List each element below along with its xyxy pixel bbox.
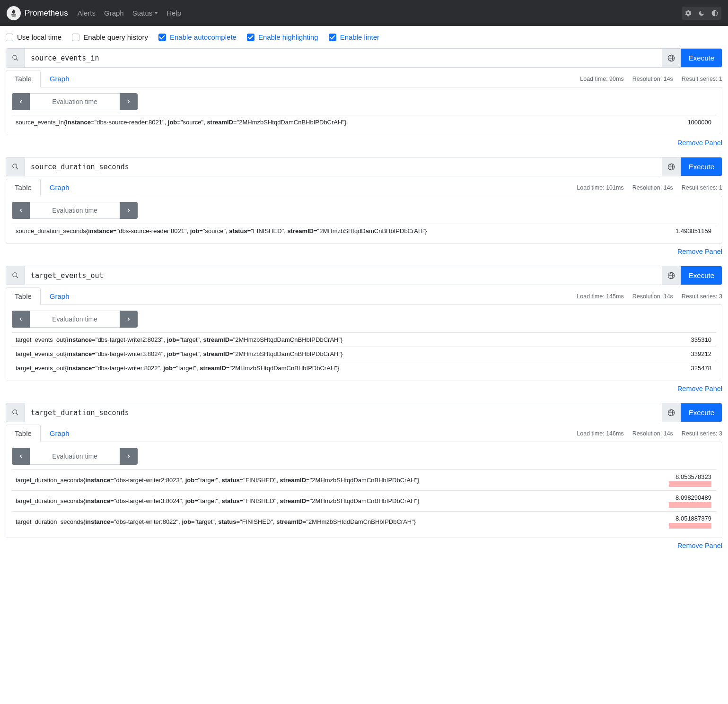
- remove-panel-link[interactable]: Remove Panel: [677, 139, 722, 147]
- theme-dark-button[interactable]: [695, 7, 708, 20]
- chevron-right-icon: [126, 208, 132, 213]
- nav-status[interactable]: Status: [132, 9, 158, 17]
- svg-point-11: [13, 273, 17, 277]
- search-icon: [12, 409, 19, 416]
- label-key: instance: [85, 518, 110, 525]
- metrics-explorer-button[interactable]: [6, 49, 25, 67]
- label-key: instance: [85, 497, 110, 504]
- eval-next-button[interactable]: [120, 202, 138, 219]
- eval-next-button[interactable]: [120, 448, 138, 465]
- query-input[interactable]: [25, 403, 662, 422]
- format-toggle-button[interactable]: [662, 266, 681, 285]
- query-stats: Load time: 145ms Resolution: 14s Result …: [577, 293, 722, 300]
- evaluation-time-input[interactable]: [30, 202, 120, 219]
- toggle-linter[interactable]: Enable linter: [329, 33, 379, 41]
- format-toggle-button[interactable]: [662, 403, 681, 422]
- result-table: source_duration_seconds{instance="dbs-so…: [12, 224, 716, 238]
- eval-next-button[interactable]: [120, 311, 138, 328]
- value-cell: 8.053578323: [638, 470, 716, 491]
- format-toggle-button[interactable]: [662, 49, 681, 67]
- table-row[interactable]: target_events_out{instance="dbs-target-w…: [12, 361, 716, 375]
- label-key: streamID: [276, 518, 303, 525]
- tab-graph[interactable]: Graph: [41, 70, 79, 87]
- table-row[interactable]: target_events_out{instance="dbs-target-w…: [12, 333, 716, 347]
- execute-button[interactable]: Execute: [681, 49, 722, 67]
- evaluation-time-input[interactable]: [30, 448, 120, 465]
- theme-light-button[interactable]: [682, 7, 695, 20]
- remove-panel-link[interactable]: Remove Panel: [677, 248, 722, 255]
- query-input[interactable]: [25, 49, 662, 67]
- eval-prev-button[interactable]: [12, 311, 30, 328]
- chevron-down-icon: [154, 12, 158, 14]
- execute-button[interactable]: Execute: [681, 266, 722, 285]
- label-key: streamID: [203, 336, 229, 343]
- toggle-label: Enable highlighting: [258, 33, 318, 41]
- nav-alerts[interactable]: Alerts: [78, 9, 96, 17]
- toggle-local-time[interactable]: Use local time: [6, 33, 61, 41]
- stat-result-series: Result series: 3: [682, 430, 722, 437]
- query-input[interactable]: [25, 157, 662, 176]
- toggle-query-history[interactable]: Enable query history: [72, 33, 148, 41]
- tab-table[interactable]: Table: [6, 425, 41, 442]
- stat-resolution: Resolution: 14s: [632, 184, 673, 191]
- label-key: job: [182, 518, 191, 525]
- nav-status-label: Status: [132, 9, 153, 17]
- tab-graph[interactable]: Graph: [41, 425, 79, 442]
- toggle-label: Enable query history: [83, 33, 148, 41]
- label-key: job: [168, 119, 177, 126]
- remove-panel-link[interactable]: Remove Panel: [677, 542, 722, 549]
- metrics-explorer-button[interactable]: [6, 403, 25, 422]
- tab-table[interactable]: Table: [6, 70, 41, 87]
- table-row[interactable]: target_duration_seconds{instance="dbs-ta…: [12, 491, 716, 512]
- label-key: status: [218, 518, 236, 525]
- evaluation-time-input[interactable]: [30, 93, 120, 110]
- tab-graph[interactable]: Graph: [41, 179, 79, 196]
- remove-row: Remove Panel: [6, 381, 722, 399]
- query-input[interactable]: [25, 266, 662, 285]
- evaluation-time-group: [12, 448, 138, 465]
- nav-help[interactable]: Help: [167, 9, 181, 17]
- toggle-highlighting[interactable]: Enable highlighting: [247, 33, 318, 41]
- brand[interactable]: Prometheus: [7, 6, 68, 20]
- view-tabs: Table Graph: [6, 287, 79, 304]
- nav-graph[interactable]: Graph: [104, 9, 124, 17]
- chevron-right-icon: [126, 453, 132, 459]
- globe-icon: [667, 54, 675, 62]
- remove-panel-link[interactable]: Remove Panel: [677, 385, 722, 392]
- table-row[interactable]: target_duration_seconds{instance="dbs-ta…: [12, 470, 716, 491]
- eval-prev-button[interactable]: [12, 202, 30, 219]
- metrics-explorer-button[interactable]: [6, 157, 25, 176]
- svg-point-1: [13, 55, 17, 60]
- eval-prev-button[interactable]: [12, 93, 30, 110]
- tab-table[interactable]: Table: [6, 179, 41, 196]
- execute-button[interactable]: Execute: [681, 403, 722, 422]
- value-cell: 8.098290489: [638, 491, 716, 512]
- theme-auto-button[interactable]: [708, 7, 721, 20]
- meta-row: Table Graph Load time: 101ms Resolution:…: [6, 179, 722, 196]
- table-row[interactable]: source_duration_seconds{instance="dbs-so…: [12, 224, 716, 238]
- eval-next-button[interactable]: [120, 93, 138, 110]
- eval-prev-button[interactable]: [12, 448, 30, 465]
- table-row[interactable]: target_events_out{instance="dbs-target-w…: [12, 347, 716, 361]
- toggle-autocomplete[interactable]: Enable autocomplete: [158, 33, 237, 41]
- globe-icon: [667, 409, 675, 417]
- evaluation-time-input[interactable]: [30, 311, 120, 328]
- metric-name: target_duration_seconds: [16, 518, 83, 525]
- nav-links: Alerts Graph Status Help: [78, 9, 181, 17]
- table-row[interactable]: source_events_in{instance="dbs-source-re…: [12, 115, 716, 130]
- execute-button[interactable]: Execute: [681, 157, 722, 176]
- meta-row: Table Graph Load time: 146ms Resolution:…: [6, 425, 722, 442]
- svg-line-12: [16, 276, 18, 278]
- tab-table[interactable]: Table: [6, 287, 41, 304]
- tab-graph[interactable]: Graph: [41, 287, 79, 304]
- gear-icon: [685, 10, 692, 17]
- view-tabs: Table Graph: [6, 179, 79, 196]
- format-toggle-button[interactable]: [662, 157, 681, 176]
- query-panel: Execute Table Graph Load time: 101ms Res…: [0, 157, 728, 266]
- table-row[interactable]: target_duration_seconds{instance="dbs-ta…: [12, 512, 716, 532]
- query-stats: Load time: 101ms Resolution: 14s Result …: [577, 184, 722, 191]
- metrics-explorer-button[interactable]: [6, 266, 25, 285]
- label-key: status: [221, 477, 239, 484]
- options-row: Use local time Enable query history Enab…: [0, 26, 728, 48]
- stat-load-time: Load time: 146ms: [577, 430, 623, 437]
